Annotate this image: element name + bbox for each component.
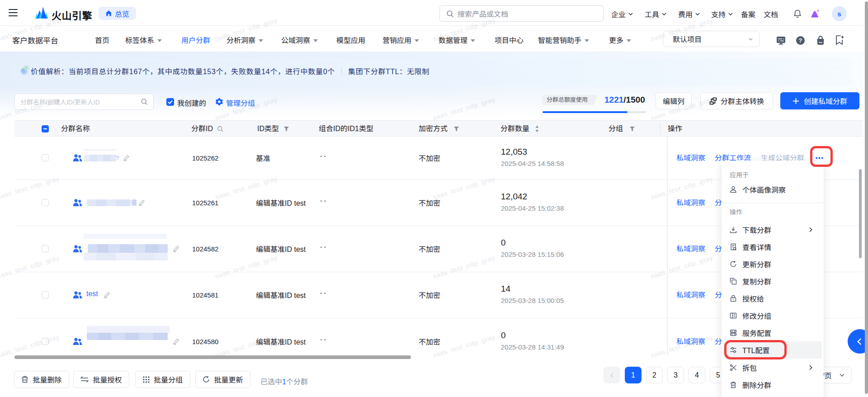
svg-text:?: ? (799, 37, 802, 44)
